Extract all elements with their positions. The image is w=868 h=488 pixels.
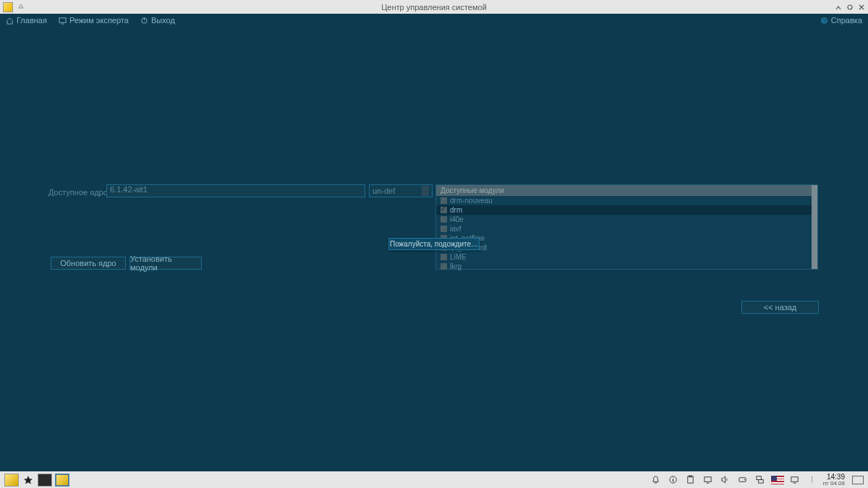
clock[interactable]: 14:39 пт 04.08: [823, 474, 845, 487]
maximize-icon[interactable]: [846, 4, 854, 11]
scrollbar[interactable]: [812, 185, 817, 269]
svg-rect-13: [791, 477, 798, 482]
kernel-label: Доступное ядро:: [48, 188, 110, 197]
kernel-input-value: 6.1.42-alt1: [110, 185, 148, 194]
clipboard-icon[interactable]: [684, 474, 697, 487]
network-icon[interactable]: [754, 474, 767, 487]
module-item-label: lkrg: [450, 262, 461, 270]
module-item[interactable]: drm: [436, 205, 817, 215]
tray-monitor-icon[interactable]: [788, 474, 801, 487]
module-item-label: LiME: [450, 253, 467, 261]
info-icon[interactable]: [667, 474, 680, 487]
menu-home-label: Главная: [17, 16, 47, 25]
home-icon: [6, 17, 14, 25]
checkbox-icon[interactable]: [441, 254, 447, 260]
module-item-label: i40e: [450, 215, 464, 223]
clock-date: пт 04.08: [823, 481, 845, 487]
svg-text:?: ?: [822, 17, 825, 24]
monitor-icon: [59, 17, 67, 25]
update-kernel-label: Обновить ядро: [60, 259, 116, 267]
checkbox-icon[interactable]: [441, 216, 447, 223]
checkbox-icon[interactable]: [441, 207, 447, 213]
svg-rect-1: [59, 17, 66, 22]
chevron-down-icon: [422, 186, 429, 196]
svg-rect-12: [759, 480, 764, 484]
kernel-type-value: un-def: [373, 187, 395, 195]
notifications-icon[interactable]: [650, 474, 663, 487]
svg-rect-11: [757, 476, 762, 480]
modules-header: Доступные модули: [436, 185, 817, 196]
exit-icon: [140, 17, 148, 25]
menubar: Главная Режим эксперта Выход ? Справка: [0, 14, 868, 27]
module-item[interactable]: lkrg: [436, 262, 817, 271]
loading-popup: Пожалуйста, подождите…: [388, 238, 480, 250]
display-icon[interactable]: [702, 474, 715, 487]
help-icon: ?: [820, 17, 828, 25]
checkbox-icon[interactable]: [441, 197, 447, 204]
module-item[interactable]: drm-nouveau: [436, 196, 817, 205]
svg-point-0: [848, 5, 852, 9]
menu-home[interactable]: Главная: [6, 16, 47, 25]
kernel-input[interactable]: 6.1.42-alt1: [106, 184, 365, 197]
svg-point-10: [744, 479, 745, 480]
tray-divider-icon: [806, 474, 819, 487]
start-menu-icon[interactable]: [4, 474, 19, 487]
favorites-icon[interactable]: [22, 474, 35, 487]
module-item-label: drm-nouveau: [450, 197, 493, 205]
system-tray: 14:39 пт 04.08: [650, 474, 864, 487]
back-button[interactable]: << назад: [741, 301, 819, 314]
menu-exit[interactable]: Выход: [140, 16, 175, 25]
clock-time: 14:39: [823, 474, 845, 481]
minimize-icon[interactable]: [835, 4, 842, 11]
module-item-label: iavf: [450, 225, 461, 233]
task-terminal[interactable]: [38, 474, 52, 487]
back-button-label: << назад: [764, 303, 797, 312]
loading-text: Пожалуйста, подождите…: [390, 240, 478, 248]
available-modules-listbox: Доступные модули drm-nouveaudrmi40eiavfi…: [435, 184, 818, 270]
taskbar: 14:39 пт 04.08: [0, 471, 868, 488]
kernel-type-select[interactable]: un-def: [369, 184, 433, 197]
checkbox-icon[interactable]: [441, 226, 447, 232]
task-control-center[interactable]: [55, 474, 69, 487]
menu-help[interactable]: ? Справка: [820, 16, 862, 25]
keyboard-layout-flag[interactable]: [771, 476, 784, 484]
menu-expert-label: Режим эксперта: [69, 16, 129, 25]
module-item[interactable]: ipt_netflow: [436, 234, 817, 243]
show-desktop-button[interactable]: [852, 476, 864, 484]
close-icon[interactable]: [858, 4, 865, 11]
volume-icon[interactable]: [719, 474, 732, 487]
menu-help-label: Справка: [831, 16, 862, 25]
module-item[interactable]: i40e: [436, 215, 817, 224]
window-titlebar: Центр управления системой: [0, 0, 868, 14]
install-modules-button[interactable]: Установить модули: [129, 257, 202, 270]
checkbox-icon[interactable]: [441, 263, 447, 270]
module-item[interactable]: iavf: [436, 224, 817, 234]
main-area: Доступное ядро: 6.1.42-alt1 un-def Обнов…: [0, 27, 868, 471]
module-item-label: drm: [450, 206, 462, 214]
menu-exit-label: Выход: [151, 16, 175, 25]
disk-icon[interactable]: [736, 474, 749, 487]
svg-rect-8: [705, 477, 711, 482]
module-item[interactable]: ipt_ratelimit: [436, 243, 817, 252]
up-arrow-icon[interactable]: [17, 3, 26, 12]
install-modules-label: Установить модули: [130, 254, 201, 272]
menu-expert[interactable]: Режим эксперта: [59, 16, 129, 25]
module-item[interactable]: LiME: [436, 252, 817, 262]
update-kernel-button[interactable]: Обновить ядро: [51, 257, 126, 270]
app-icon: [3, 2, 13, 12]
window-title: Центр управления системой: [381, 3, 487, 12]
